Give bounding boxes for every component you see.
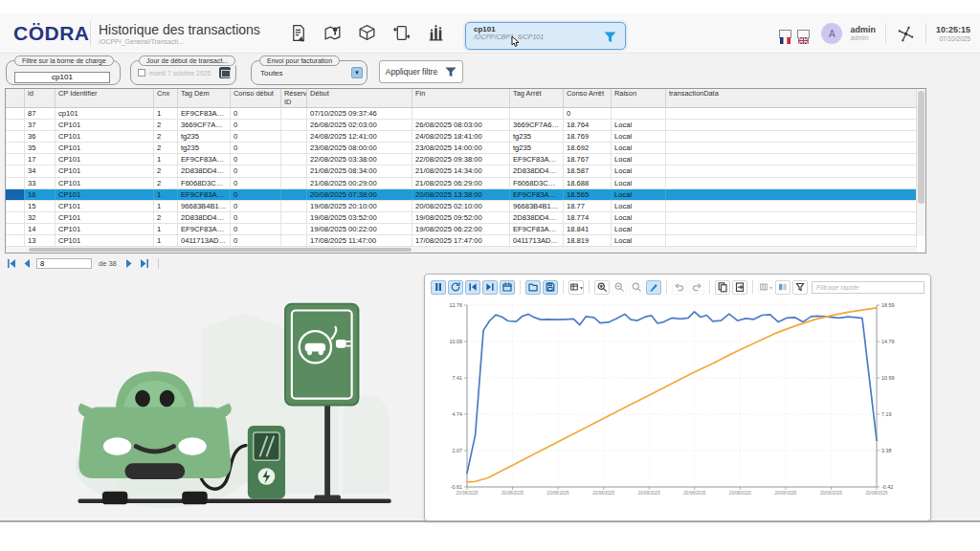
row-selector[interactable] <box>6 212 25 223</box>
table-row[interactable]: 37CP10123669CF7A610...026/08/2025 02:03:… <box>6 120 917 131</box>
table-row[interactable]: 33CP1012F6068D3CE62...021/08/2025 00:29:… <box>6 178 917 189</box>
table-row[interactable]: 34CP10122D838DD4E1...021/08/2025 08:34:0… <box>6 165 917 177</box>
next-page-button[interactable] <box>123 258 135 269</box>
last-page-button[interactable] <box>139 258 150 269</box>
export-page-icon[interactable] <box>391 23 412 43</box>
table-cell: 23/08/2025 14:00:00 <box>412 143 510 153</box>
table-row[interactable]: 14CP1011EF9CF83AF67...019/08/2025 00:22:… <box>6 224 917 235</box>
trend-chart[interactable]: 20/08/202520/08/202520/08/202520/08/2025… <box>431 298 921 510</box>
row-selector[interactable] <box>6 165 25 176</box>
ev-charging-illustration <box>53 287 426 521</box>
filter-menu-button[interactable] <box>792 280 808 295</box>
column-header[interactable]: Tag Dém <box>178 89 231 107</box>
row-selector[interactable] <box>6 108 25 119</box>
copy-button[interactable] <box>715 280 730 295</box>
pause-button[interactable] <box>431 280 446 295</box>
table-row[interactable]: 17CP1011EF9CF83AF67...022/08/2025 03:38:… <box>6 154 917 165</box>
table-cell <box>666 201 917 211</box>
table-cell <box>666 189 917 200</box>
calendar-button[interactable] <box>500 280 515 295</box>
british-flag-icon[interactable] <box>797 30 810 38</box>
cube-icon[interactable] <box>357 23 377 43</box>
column-header[interactable]: transactionData <box>666 89 917 107</box>
zoom-cancel-button <box>629 280 644 295</box>
column-header[interactable]: Conso Arrêt <box>564 89 612 107</box>
previous-page-button[interactable] <box>21 258 33 269</box>
table-cell: 21/08/2025 00:29:00 <box>307 178 412 188</box>
column-header[interactable]: Début <box>307 89 412 107</box>
table-row[interactable]: 15CP101196683B4B1A5...019/08/2025 20:10:… <box>6 201 917 212</box>
table-cell <box>281 178 307 188</box>
edit-button[interactable] <box>646 280 661 295</box>
table-row[interactable]: 87cp1011EF9CF83AF67...007/10/2025 09:37:… <box>6 108 917 120</box>
user-avatar[interactable]: A <box>821 23 842 44</box>
table-cell: 20/08/2025 07:38:00 <box>307 189 412 200</box>
report-icon[interactable] <box>288 23 308 43</box>
svg-text:10.99: 10.99 <box>881 375 895 381</box>
row-selector[interactable] <box>6 143 25 153</box>
column-header[interactable]: Cnx <box>154 89 178 107</box>
column-header[interactable]: Réserva ID <box>281 89 307 107</box>
skip-start-button[interactable] <box>465 280 480 295</box>
column-header[interactable]: id <box>25 89 56 107</box>
skip-end-button[interactable] <box>482 280 498 295</box>
row-selector[interactable] <box>6 178 25 188</box>
save-button[interactable] <box>543 280 558 295</box>
zoom-in-button[interactable] <box>594 280 610 295</box>
table-cell: CP101 <box>56 154 154 165</box>
table-cell <box>281 131 307 142</box>
quick-filter-input[interactable] <box>812 281 924 294</box>
table-cell: 37 <box>25 120 56 130</box>
table-cell: Local <box>612 154 666 165</box>
row-selector[interactable] <box>6 224 25 234</box>
billing-select-button[interactable]: ▾ <box>351 67 363 78</box>
table-cell <box>281 224 307 234</box>
stats-icon[interactable] <box>426 23 446 43</box>
table-cell: Local <box>612 165 666 176</box>
row-selector[interactable] <box>6 154 25 165</box>
table-cell: EF9CF83AF67... <box>178 108 231 119</box>
vertical-scrollbar[interactable] <box>916 89 925 236</box>
row-selector[interactable] <box>6 131 25 142</box>
table-cell: Local <box>612 201 666 211</box>
first-page-button[interactable] <box>6 258 17 269</box>
table-row[interactable]: 16CP1011EF9CF83AF67...020/08/2025 07:38:… <box>6 189 917 201</box>
map-person-icon[interactable] <box>323 23 343 43</box>
calendar-button[interactable] <box>219 67 231 78</box>
column-header[interactable]: Conso début <box>231 89 281 107</box>
table-cell: 96683B4B1A5... <box>510 201 564 211</box>
table-cell <box>281 108 307 119</box>
row-selector[interactable] <box>6 235 25 246</box>
table-cell: tg235 <box>178 131 231 142</box>
folder-open-button[interactable] <box>525 280 541 295</box>
column-header[interactable]: Raison <box>612 89 666 107</box>
row-selector[interactable] <box>6 201 25 211</box>
export-button[interactable] <box>732 280 747 295</box>
table-menu-button[interactable]: ▾ <box>568 280 584 295</box>
column-header[interactable]: CP Identifier <box>56 89 154 107</box>
funnel-icon[interactable] <box>604 30 616 47</box>
column-header[interactable]: Fin <box>412 89 510 107</box>
table-header-row: idCP IdentifierCnxTag DémConso débutRése… <box>6 89 917 108</box>
refresh-button[interactable] <box>448 280 463 295</box>
station-filter-input[interactable] <box>14 72 110 83</box>
header-right: A admin admin 10:25:15 07/10/2025 <box>779 13 970 54</box>
table-row[interactable]: 32CP10122D838DD4E1...019/08/2025 03:52:0… <box>6 212 917 224</box>
table-row[interactable]: 36CP1012tg235024/08/2025 12:41:0024/08/2… <box>6 131 917 143</box>
page-input[interactable] <box>36 258 92 269</box>
date-checkbox[interactable] <box>138 69 145 77</box>
table-row[interactable]: 35CP1012tg235023/08/2025 08:00:0023/08/2… <box>6 143 917 154</box>
zoom-out-icon <box>613 281 625 293</box>
table-cell: 18.587 <box>564 165 612 176</box>
column-header[interactable]: Tag Arrêt <box>510 89 564 107</box>
french-flag-icon[interactable] <box>779 30 791 38</box>
apply-filter-button[interactable]: Appliquer filtre <box>379 60 463 83</box>
station-selector[interactable]: cp101 /OCPP/CBP1_6/CP101 <box>465 22 626 50</box>
row-selector[interactable] <box>6 120 25 130</box>
panels-button[interactable] <box>775 280 791 295</box>
horizontal-scrollbar[interactable] <box>6 246 917 253</box>
trend-chart-panel: ▾▾ 20/08/202520/08/202520/08/202520/08/2… <box>424 274 931 521</box>
row-selector[interactable] <box>6 189 25 200</box>
filter-station-group: Filtre sur la borne de charge <box>6 55 121 85</box>
network-status-icon[interactable] <box>896 24 916 44</box>
